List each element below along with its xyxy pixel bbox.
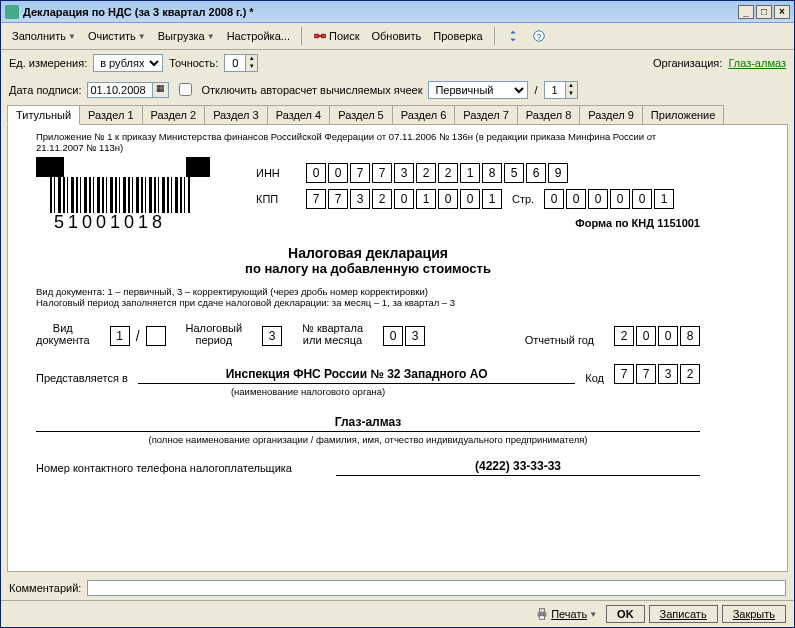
type-num-input[interactable] <box>545 82 565 98</box>
kpp-cell-6[interactable]: 0 <box>438 189 458 209</box>
save-button[interactable]: Записать <box>649 605 718 623</box>
inn-cell-1[interactable]: 0 <box>328 163 348 183</box>
inn-cell-9[interactable]: 5 <box>504 163 524 183</box>
fill-button[interactable]: Заполнить▼ <box>7 27 81 45</box>
phone-value[interactable]: (4222) 33-33-33 <box>336 459 700 476</box>
page-cell-5[interactable]: 1 <box>654 189 674 209</box>
inn-cell-10[interactable]: 6 <box>526 163 546 183</box>
inn-cell-0[interactable]: 0 <box>306 163 326 183</box>
svg-rect-1 <box>322 34 326 38</box>
code-cell-1[interactable]: 7 <box>636 364 656 384</box>
code-cell-2[interactable]: 3 <box>658 364 678 384</box>
settings-button[interactable]: Настройка... <box>222 27 295 45</box>
inn-cell-7[interactable]: 1 <box>460 163 480 183</box>
kpp-cell-5[interactable]: 1 <box>416 189 436 209</box>
type-select[interactable]: Первичный <box>428 81 528 99</box>
tab-8[interactable]: Раздел 8 <box>517 105 581 124</box>
code-cell-0[interactable]: 7 <box>614 364 634 384</box>
inn-cell-6[interactable]: 2 <box>438 163 458 183</box>
present-value[interactable]: Инспекция ФНС России № 32 Западного АО <box>138 367 575 384</box>
title-page: Приложение № 1 к приказу Министерства фи… <box>8 125 728 498</box>
inn-cell-11[interactable]: 9 <box>548 163 568 183</box>
date-input[interactable] <box>88 83 152 97</box>
spin-up[interactable]: ▲ <box>565 82 577 90</box>
inn-cell-8[interactable]: 8 <box>482 163 502 183</box>
doc-corr-cell[interactable] <box>146 326 166 346</box>
year-cell-1[interactable]: 0 <box>636 326 656 346</box>
kpp-cell-4[interactable]: 0 <box>394 189 414 209</box>
autocalc-checkbox[interactable] <box>179 83 192 96</box>
tab-0[interactable]: Титульный <box>7 105 80 125</box>
date-label: Дата подписи: <box>9 84 81 96</box>
close-window-button[interactable]: Закрыть <box>722 605 786 623</box>
tab-4[interactable]: Раздел 4 <box>267 105 331 124</box>
unit-select[interactable]: в рублях <box>93 54 163 72</box>
quarter-cell-1[interactable]: 3 <box>405 326 425 346</box>
inn-cell-5[interactable]: 2 <box>416 163 436 183</box>
kpp-cell-0[interactable]: 7 <box>306 189 326 209</box>
present-label: Представляется в <box>36 372 128 384</box>
comment-bar: Комментарий: <box>1 576 794 600</box>
export-button[interactable]: Выгрузка▼ <box>153 27 220 45</box>
org-name[interactable]: Глаз-алмаз <box>36 411 700 432</box>
help-button[interactable]: ? <box>527 26 551 46</box>
inn-cell-2[interactable]: 7 <box>350 163 370 183</box>
tab-5[interactable]: Раздел 5 <box>329 105 393 124</box>
maximize-button[interactable]: □ <box>756 5 772 19</box>
tab-3[interactable]: Раздел 3 <box>204 105 268 124</box>
type-num-spin[interactable]: ▲▼ <box>544 81 578 99</box>
doc-kind-cell[interactable]: 1 <box>110 326 130 346</box>
year-cell-0[interactable]: 2 <box>614 326 634 346</box>
separator <box>301 27 302 45</box>
main-title: Налоговая декларация <box>36 245 700 261</box>
clear-button[interactable]: Очистить▼ <box>83 27 151 45</box>
precision-input[interactable] <box>225 55 245 71</box>
print-button[interactable]: Печать▼ <box>530 604 602 624</box>
tax-period-cell[interactable]: 3 <box>262 326 282 346</box>
kpp-cell-7[interactable]: 0 <box>460 189 480 209</box>
minimize-button[interactable]: _ <box>738 5 754 19</box>
page-cell-0[interactable]: 0 <box>544 189 564 209</box>
close-button[interactable]: × <box>774 5 790 19</box>
tabs: ТитульныйРаздел 1Раздел 2Раздел 3Раздел … <box>1 105 794 124</box>
tab-2[interactable]: Раздел 2 <box>142 105 206 124</box>
tab-10[interactable]: Приложение <box>642 105 725 124</box>
inn-label: ИНН <box>256 167 296 179</box>
org-note: (полное наименование организации / фамил… <box>36 434 700 445</box>
expand-button[interactable] <box>501 26 525 46</box>
calendar-icon[interactable]: ▦ <box>152 83 168 97</box>
date-field[interactable]: ▦ <box>87 82 169 98</box>
precision-spin[interactable]: ▲▼ <box>224 54 258 72</box>
tab-7[interactable]: Раздел 7 <box>454 105 518 124</box>
page-cell-4[interactable]: 0 <box>632 189 652 209</box>
inn-cell-3[interactable]: 7 <box>372 163 392 183</box>
kpp-cell-8[interactable]: 1 <box>482 189 502 209</box>
spin-down[interactable]: ▼ <box>245 63 257 71</box>
tab-1[interactable]: Раздел 1 <box>79 105 143 124</box>
year-cell-2[interactable]: 0 <box>658 326 678 346</box>
page-cell-2[interactable]: 0 <box>588 189 608 209</box>
comment-input[interactable] <box>87 580 786 596</box>
tab-9[interactable]: Раздел 9 <box>579 105 643 124</box>
tab-6[interactable]: Раздел 6 <box>392 105 456 124</box>
slash: / <box>534 84 537 96</box>
year-cell-3[interactable]: 8 <box>680 326 700 346</box>
kpp-cell-1[interactable]: 7 <box>328 189 348 209</box>
page-cell-3[interactable]: 0 <box>610 189 630 209</box>
org-link[interactable]: Глаз-алмаз <box>728 57 786 69</box>
check-button[interactable]: Проверка <box>428 27 487 45</box>
help-icon: ? <box>532 29 546 43</box>
ok-button[interactable]: OK <box>606 605 645 623</box>
spin-up[interactable]: ▲ <box>245 55 257 63</box>
search-button[interactable]: Поиск <box>308 26 364 46</box>
refresh-button[interactable]: Обновить <box>366 27 426 45</box>
kpp-cell-3[interactable]: 2 <box>372 189 392 209</box>
sheet-scroll[interactable]: Приложение № 1 к приказу Министерства фи… <box>8 125 787 571</box>
quarter-cell-0[interactable]: 0 <box>383 326 403 346</box>
inn-cell-4[interactable]: 3 <box>394 163 414 183</box>
spin-down[interactable]: ▼ <box>565 90 577 98</box>
kpp-cell-2[interactable]: 3 <box>350 189 370 209</box>
code-cell-3[interactable]: 2 <box>680 364 700 384</box>
barcode-number: 51001018 <box>54 212 166 233</box>
page-cell-1[interactable]: 0 <box>566 189 586 209</box>
